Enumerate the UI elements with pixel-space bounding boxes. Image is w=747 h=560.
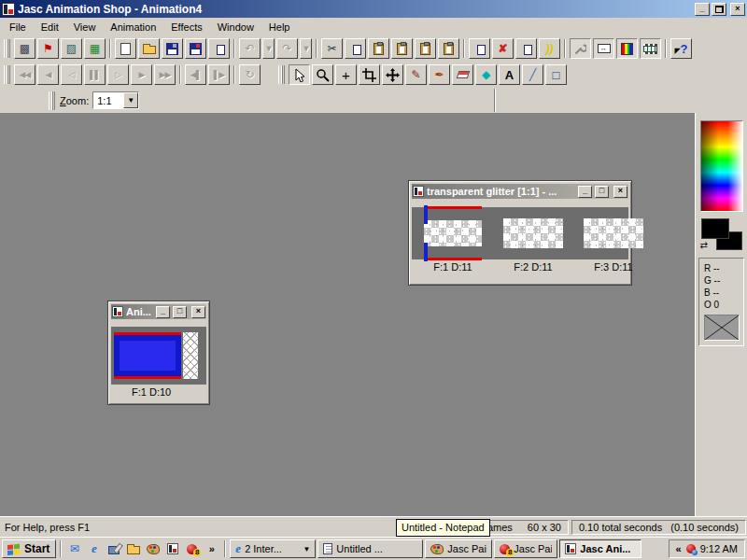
titlebar[interactable]: Jasc Animation Shop - Animation4 _ × (0, 0, 747, 18)
menu-animation[interactable]: Animation (103, 20, 163, 35)
frame-3[interactable] (584, 218, 643, 248)
animation4-window[interactable]: Ani... _ □ × F:1 D:10 (107, 301, 210, 405)
step-forward-button[interactable]: ▌▶ (208, 64, 230, 85)
open-button[interactable] (138, 38, 160, 59)
image-transitions-button[interactable]: ▨ (61, 38, 82, 59)
quicklaunch-overflow[interactable]: » (203, 540, 220, 558)
previous-frame-button[interactable]: ◀ (37, 64, 59, 85)
menu-effects[interactable]: Effects (163, 20, 209, 35)
minimize-button[interactable]: _ (695, 3, 710, 16)
animation4-titlebar[interactable]: Ani... _ □ × (111, 304, 206, 319)
toggle-color-palette-button[interactable] (616, 38, 638, 59)
taskbar-button-animation-shop[interactable]: Jasc Ani... (559, 539, 641, 558)
undo-button[interactable]: ↶ (239, 38, 261, 59)
zoom-tool[interactable] (312, 64, 333, 85)
toolbar-grip[interactable] (278, 65, 285, 84)
text-tool[interactable]: A (499, 64, 520, 85)
frame-1-selected[interactable] (424, 206, 482, 260)
go-last-frame-button[interactable]: ▶▶ (154, 64, 176, 85)
menu-file[interactable]: File (2, 20, 34, 35)
go-first-frame-button[interactable]: ◀◀ (14, 64, 35, 85)
tray-chevron-icon[interactable]: « (676, 543, 682, 554)
glitter-animation-window[interactable]: transparent glitter [1:1] - ... _ □ × F:… (408, 180, 632, 286)
cut-button[interactable]: ✂ (321, 38, 343, 59)
eraser-tool[interactable] (452, 64, 473, 85)
taskbar-button-internet[interactable]: e 2 Inter... ▼ (230, 539, 316, 558)
glitter-maximize-button[interactable]: □ (595, 186, 609, 198)
toggle-vcr-controls-button[interactable] (640, 38, 661, 59)
animation4-minimize-button[interactable]: _ (156, 306, 170, 318)
flood-fill-tool[interactable]: ◆ (475, 64, 497, 85)
play-reverse-button[interactable]: ◁ (61, 64, 82, 85)
insert-frames-button[interactable] (515, 38, 537, 59)
toolbar-grip[interactable] (4, 39, 10, 58)
toggle-style-bar-button[interactable]: ↔ (593, 38, 614, 59)
zoom-combobox[interactable]: 1:1 ▼ (92, 91, 139, 109)
next-frame-button[interactable]: ▶ (131, 64, 152, 85)
duplicate-frame-button[interactable] (469, 38, 490, 59)
arrow-tool[interactable] (289, 64, 310, 85)
registration-mark-tool[interactable]: + (335, 64, 357, 85)
glitter-minimize-button[interactable]: _ (578, 186, 592, 198)
quicklaunch-outlook-express[interactable]: ✉ (65, 540, 83, 558)
animation4-maximize-button[interactable]: □ (173, 306, 187, 318)
pause-button[interactable]: ▌▌ (84, 64, 106, 85)
undo-dropdown[interactable]: ▼ (262, 38, 275, 59)
pen-tool[interactable]: ✎ (405, 64, 427, 85)
save-frames-button[interactable] (185, 38, 206, 59)
crop-tool[interactable] (359, 64, 380, 85)
animation4-close-button[interactable]: × (191, 306, 205, 318)
tray-clock[interactable]: 9:12 AM (700, 543, 738, 554)
shape-tool[interactable]: □ (545, 64, 567, 85)
paste-before-frame-button[interactable] (415, 38, 436, 59)
taskbar-button-paintshop-1[interactable]: Jasc Pai... (425, 539, 492, 558)
toolbar-grip[interactable] (49, 91, 55, 110)
app-icon[interactable] (2, 3, 15, 16)
taskbar-button-paintshop-2[interactable]: 8 Jasc Pai... (494, 539, 557, 558)
taskbar-button-notepad[interactable]: Untitled ... (317, 539, 423, 558)
paste-new-animation-button[interactable] (368, 38, 389, 59)
tray-app-icon[interactable] (686, 544, 696, 553)
play-forward-button[interactable]: ▷ (107, 64, 129, 85)
paste-after-frame-button[interactable] (391, 38, 413, 59)
swap-colors-icon[interactable]: ⇄ (700, 241, 708, 250)
banner-wizard-button[interactable]: ⚑ (37, 38, 59, 59)
delete-frame-button[interactable]: ✘ (492, 38, 514, 59)
zoom-dropdown-button[interactable]: ▼ (123, 92, 138, 108)
browse-button[interactable] (208, 38, 230, 59)
menu-window[interactable]: Window (210, 20, 261, 35)
quicklaunch-show-desktop[interactable] (105, 540, 122, 558)
restore-button[interactable] (712, 3, 726, 16)
move-tool[interactable] (382, 64, 403, 85)
quicklaunch-red-app[interactable]: 8 (183, 540, 201, 558)
loop-button[interactable]: ↻ (239, 64, 261, 85)
toolbar-grip[interactable] (4, 65, 10, 84)
menu-edit[interactable]: Edit (34, 20, 66, 35)
redo-dropdown[interactable]: ▼ (300, 38, 312, 59)
context-help-button[interactable]: ◤? (670, 38, 692, 59)
new-button[interactable] (115, 38, 136, 59)
color-picker-gradient[interactable] (700, 120, 743, 212)
foreground-color-swatch[interactable] (701, 218, 729, 239)
close-button[interactable]: × (730, 3, 745, 16)
save-button[interactable] (162, 38, 183, 59)
line-tool[interactable]: ╱ (522, 64, 543, 85)
brush-tool[interactable]: ✒ (429, 64, 450, 85)
frame-1-selected[interactable] (114, 332, 181, 379)
propagate-paste-button[interactable]: )) (539, 38, 560, 59)
menu-view[interactable]: View (66, 20, 104, 35)
copy-button[interactable] (345, 38, 366, 59)
paste-into-frame-button[interactable] (438, 38, 459, 59)
glitter-window-titlebar[interactable]: transparent glitter [1:1] - ... _ □ × (412, 184, 628, 199)
menu-help[interactable]: Help (261, 20, 298, 35)
start-button[interactable]: Start (2, 539, 56, 558)
quicklaunch-paint-shop-pro[interactable] (144, 540, 162, 558)
quicklaunch-animation-shop[interactable] (163, 540, 181, 558)
glitter-close-button[interactable]: × (613, 186, 627, 198)
frame-2[interactable] (503, 218, 563, 248)
toggle-toolbar-button[interactable] (570, 38, 591, 59)
optimization-wizard-button[interactable]: ▦ (84, 38, 106, 59)
quicklaunch-internet-explorer[interactable]: e (85, 540, 103, 558)
quicklaunch-folder[interactable] (124, 540, 142, 558)
step-back-button[interactable]: ◀▌ (185, 64, 206, 85)
